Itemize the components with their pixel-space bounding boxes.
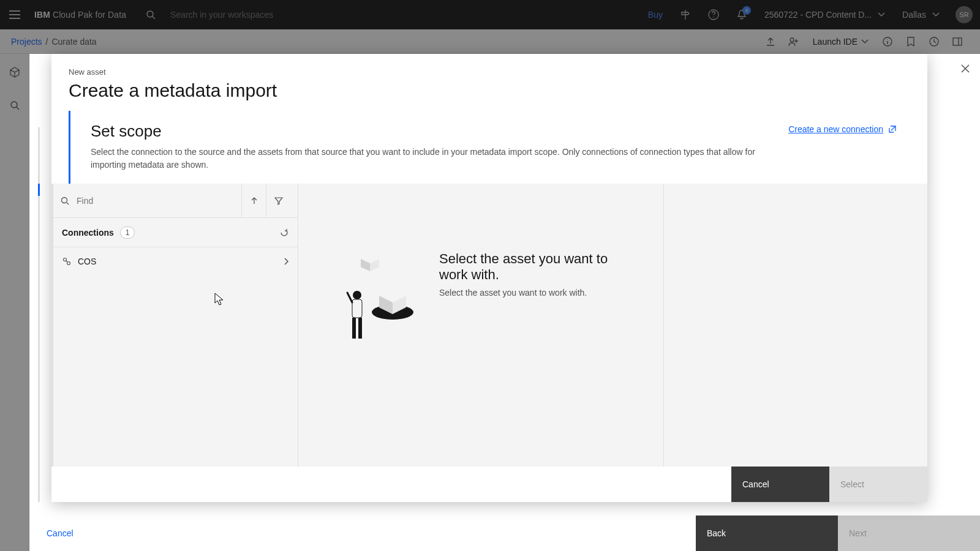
svg-point-10 [67, 262, 70, 265]
modal-select-button: Select [829, 467, 927, 502]
scope-header: Set scope Select the connection to the s… [69, 111, 910, 184]
svg-point-8 [62, 197, 67, 203]
empty-state-subtitle: Select the asset you want to work with. [439, 288, 639, 298]
connections-count: 1 [120, 227, 135, 239]
refresh-button[interactable] [279, 228, 289, 238]
svg-point-12 [353, 291, 361, 299]
empty-state-title: Select the asset you want to work with. [439, 251, 639, 283]
refresh-icon [279, 228, 289, 238]
modal-cancel-button[interactable]: Cancel [731, 467, 829, 502]
connection-icon [62, 257, 72, 266]
chevron-right-icon [284, 258, 289, 265]
sort-button[interactable] [241, 184, 266, 218]
create-connection-link[interactable]: Create a new connection [788, 124, 897, 134]
search-icon [61, 197, 73, 205]
create-connection-label: Create a new connection [788, 124, 883, 134]
wizard-cancel-button[interactable]: Cancel [29, 515, 213, 551]
connection-item-cos[interactable]: COS [53, 247, 298, 276]
scope-body: Connections 1 COS [51, 184, 927, 467]
connections-header: Connections 1 [53, 218, 298, 247]
selection-column [664, 184, 927, 467]
modal-eyebrow: New asset [69, 67, 910, 77]
svg-rect-14 [352, 318, 356, 339]
wizard-next-button: Next [838, 515, 980, 551]
wizard-step-rail [38, 127, 40, 502]
set-scope-modal: New asset Create a metadata import Set s… [51, 54, 927, 502]
modal-header: New asset Create a metadata import Set s… [51, 54, 927, 184]
arrow-up-icon [250, 197, 258, 205]
connection-name: COS [78, 257, 96, 266]
wizard-back-button[interactable]: Back [696, 515, 838, 551]
svg-rect-13 [352, 299, 362, 318]
scope-description: Select the connection to the source and … [91, 146, 777, 171]
launch-icon [888, 125, 897, 133]
empty-state-illustration [336, 251, 416, 343]
connections-label: Connections [62, 228, 114, 238]
connections-column: Connections 1 COS [53, 184, 298, 467]
empty-state-text: Select the asset you want to work with. … [439, 251, 639, 298]
modal-footer: Cancel Select [51, 467, 927, 502]
find-input[interactable] [73, 196, 241, 206]
filter-icon [274, 197, 283, 205]
scope-title: Set scope [91, 122, 892, 141]
close-icon [961, 64, 970, 73]
find-row [53, 184, 298, 218]
close-button[interactable] [956, 59, 975, 78]
modal-wizard-title: Create a metadata import [69, 80, 910, 101]
svg-rect-15 [358, 318, 362, 339]
filter-button[interactable] [266, 184, 290, 218]
svg-point-9 [64, 258, 67, 261]
asset-column: Select the asset you want to work with. … [298, 184, 664, 467]
wizard-footer: Cancel Back Next [29, 515, 980, 551]
